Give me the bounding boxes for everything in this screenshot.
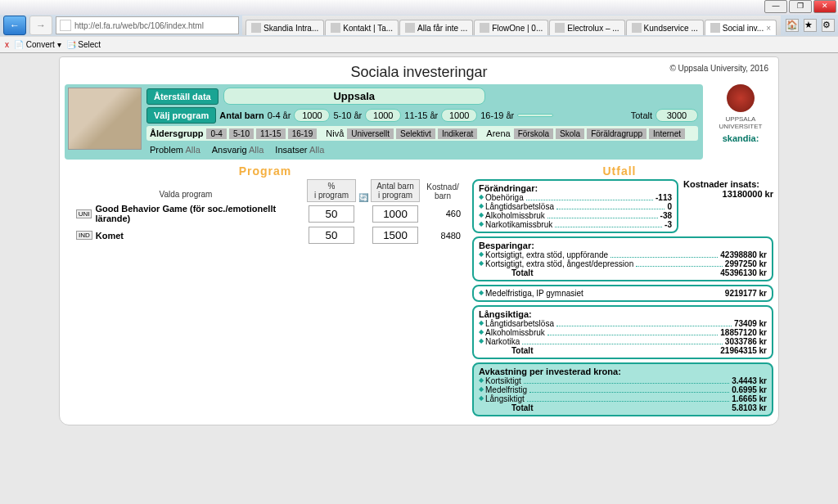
age-group-input[interactable]: 1000 <box>294 109 330 122</box>
tools-icon[interactable]: ⚙ <box>822 19 835 32</box>
tab-favicon-icon <box>331 23 340 33</box>
skandia-logo: skandia: <box>723 133 759 143</box>
browser-tab[interactable]: Skandia Intra... <box>246 20 324 35</box>
kostnader-label: Kostnader insats: <box>683 179 773 189</box>
arena-label: Arena <box>486 128 510 138</box>
antal-barn-label: Antal barn <box>219 110 264 120</box>
uppsala-logo-label: UPPSALA UNIVERSITET <box>708 115 773 130</box>
tab-favicon-icon <box>632 23 642 33</box>
url-bar[interactable]: http://el.fa.ru/web/bc/106/index.html <box>56 16 239 34</box>
age-filter-pill[interactable]: 16-19 <box>288 128 318 139</box>
age-filter-pill[interactable]: 0-4 <box>206 128 226 139</box>
toolbar-close-icon[interactable]: x <box>5 40 9 49</box>
roi-item: Långsiktigt1.6665 kr <box>479 394 767 403</box>
header-panel: Återställ data Uppsala Välj program Anta… <box>65 84 703 160</box>
arena-filter-pill[interactable]: Skola <box>556 128 584 139</box>
program-antal-input[interactable] <box>372 205 418 223</box>
forandringar-item-label: Alkoholmissbruk <box>479 211 545 220</box>
logo-column: UPPSALA UNIVERSITET skandia: <box>708 84 773 160</box>
favorites-icon[interactable]: ★ <box>804 19 817 32</box>
programs-head-name: Valda program <box>65 187 307 202</box>
besparingar-card: Besparingar: Kortsigtigt, extra stöd, up… <box>472 236 773 281</box>
window-maximize-button[interactable]: ❐ <box>789 0 812 13</box>
browser-tab[interactable]: FlowOne | 0... <box>474 20 548 35</box>
copyright: © Uppsala University, 2016 <box>669 64 768 73</box>
browser-tab[interactable]: Kundservice ... <box>626 20 704 35</box>
program-tag: UNI <box>76 209 92 218</box>
browser-tab[interactable]: Kontakt | Ta... <box>325 20 399 35</box>
program-antal-input[interactable] <box>372 227 418 244</box>
age-group-input[interactable]: 1000 <box>365 109 401 122</box>
window-minimize-button[interactable]: — <box>764 0 787 13</box>
arena-filter-pill[interactable]: Föräldragrupp <box>587 128 647 139</box>
forandringar-item: Långtidsarbetslösa0 <box>479 202 672 211</box>
ansvarig-value[interactable]: Alla <box>249 145 264 155</box>
pdf-toolbar: x 📄 Convert ▾ 📑 Select <box>0 36 838 52</box>
arena-filter-pill[interactable]: Internet <box>649 128 685 139</box>
lang-item-value: 18857120 kr <box>720 328 767 337</box>
insatser-value[interactable]: Alla <box>309 145 324 155</box>
program-pct-input[interactable] <box>309 205 354 223</box>
forandringar-item: Obehöriga-113 <box>479 193 672 202</box>
niva-filter-pill[interactable]: Indikerat <box>438 128 477 139</box>
age-filter-pill[interactable]: 5-10 <box>229 128 254 139</box>
niva-filter-pill[interactable]: Selektivt <box>396 128 435 139</box>
forandringar-item-value: -38 <box>660 211 672 220</box>
forandringar-item-label: Långtidsarbetslösa <box>479 202 554 211</box>
section-utfall-title: Utfall <box>466 164 773 178</box>
tab-label: Electrolux – ... <box>567 24 619 33</box>
besparingar-item-value: 42398880 kr <box>720 250 767 259</box>
nav-forward-button[interactable]: → <box>29 16 52 35</box>
medel-label: Medelfristiga, IP gymnasiet <box>479 289 583 298</box>
program-name[interactable]: Komet <box>96 231 124 241</box>
tab-label: Kontakt | Ta... <box>343 24 393 33</box>
choose-program-button[interactable]: Välj program <box>146 107 216 124</box>
browser-tab[interactable]: Electrolux – ... <box>549 20 624 35</box>
age-filter-pill[interactable]: 11-15 <box>256 128 286 139</box>
niva-label: Nivå <box>326 128 344 138</box>
convert-button[interactable]: 📄 Convert ▾ <box>14 40 61 49</box>
totalt-label: Totalt <box>631 110 652 120</box>
arena-filter-pill[interactable]: Förskola <box>514 128 553 139</box>
home-icon[interactable]: 🏠 <box>786 19 799 32</box>
roi-item-value: 0.6995 kr <box>732 385 767 394</box>
program-pct-input[interactable] <box>309 227 354 244</box>
lang-item-value: 73409 kr <box>734 319 767 328</box>
app-container: Sociala investeringar © Uppsala Universi… <box>59 56 779 425</box>
aldersgrupp-label: Åldersgrupp <box>150 128 203 138</box>
medelfristiga-card: Medelfristiga, IP gymnasiet9219177 kr <box>472 285 773 302</box>
tab-close-icon[interactable]: × <box>766 24 771 33</box>
tab-favicon-icon <box>480 23 489 33</box>
age-inputs: 0-4 år10005-10 år100011-15 år100016-19 å… <box>268 109 554 122</box>
program-name[interactable]: Good Behavior Game (för soc./emotionellt… <box>95 204 307 223</box>
lang-item-label: Långtidsarbetslösa <box>479 319 554 328</box>
besparingar-title: Besparingar: <box>479 241 534 250</box>
browser-tab[interactable]: Social inv... × <box>705 20 777 35</box>
age-group-label: 0-4 år <box>268 110 291 120</box>
refresh-icon[interactable]: 🔄 <box>356 193 371 202</box>
besparingar-item-label: Kortsigtigt, extra stöd, ångest/depressi… <box>479 259 633 268</box>
roi-title: Avkastning per investerad krona: <box>479 367 621 376</box>
problem-value[interactable]: Alla <box>185 145 200 155</box>
browser-chrome: — ❐ ✕ ← → http://el.fa.ru/web/bc/106/ind… <box>0 0 838 53</box>
tab-label: Alla får inte ... <box>417 24 467 33</box>
browser-tab[interactable]: Alla får inte ... <box>399 20 473 35</box>
roi-item-label: Kortsiktigt <box>479 376 521 385</box>
window-close-button[interactable]: ✕ <box>813 0 836 13</box>
roi-item-value: 3.4443 kr <box>732 376 767 385</box>
age-group-input[interactable] <box>517 114 553 117</box>
restore-data-button[interactable]: Återställ data <box>146 88 219 105</box>
lang-item: Alkoholmissbruk18857120 kr <box>479 328 767 337</box>
municipality-selector[interactable]: Uppsala <box>223 88 485 105</box>
program-row: UNIGood Behavior Game (för soc./emotione… <box>65 202 466 225</box>
forandringar-item-value: -3 <box>665 220 672 229</box>
niva-filter-pill[interactable]: Universellt <box>347 128 394 139</box>
select-button[interactable]: 📑 Select <box>66 40 101 49</box>
age-group-input[interactable]: 1000 <box>441 109 477 122</box>
page-icon <box>60 20 71 31</box>
program-kost: 460 <box>420 209 466 218</box>
programs-head-kost: Kostnad/barn <box>420 181 466 202</box>
kostnader-value: 13180000 kr <box>683 189 773 199</box>
nav-back-button[interactable]: ← <box>3 16 26 35</box>
forandringar-item-value: -113 <box>656 193 672 202</box>
